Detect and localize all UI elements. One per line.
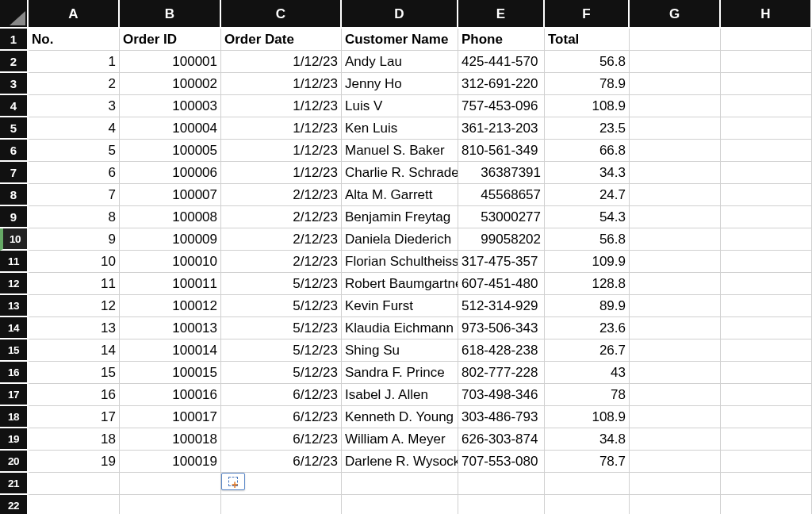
cell-customer[interactable]: Andy Lau (342, 51, 458, 73)
cell-orderdate[interactable]: 5/12/23 (221, 273, 342, 295)
header-cell-total[interactable]: Total (545, 29, 630, 51)
header-cell-orderid[interactable]: Order ID (120, 29, 221, 51)
cell-empty-H[interactable] (721, 140, 812, 162)
cell-phone[interactable]: 36387391 (458, 162, 545, 184)
row-header-17[interactable]: 17 (0, 384, 29, 406)
cell-orderid[interactable]: 100006 (120, 162, 221, 184)
row-header-8[interactable]: 8 (0, 184, 29, 206)
cell-customer[interactable]: Kenneth D. Young (342, 406, 458, 428)
header-cell-customer[interactable]: Customer Name (342, 29, 458, 51)
cell-empty[interactable] (221, 495, 342, 514)
cell-orderdate[interactable]: 2/12/23 (221, 206, 342, 228)
cell-no[interactable]: 17 (29, 406, 120, 428)
cell-customer[interactable]: Isabel J. Allen (342, 384, 458, 406)
row-header-16[interactable]: 16 (0, 362, 29, 384)
cell-empty-H[interactable] (721, 273, 812, 295)
cell-empty[interactable] (29, 495, 120, 514)
cell-orderid[interactable]: 100007 (120, 184, 221, 206)
row-header-9[interactable]: 9 (0, 206, 29, 228)
cell-total[interactable]: 78 (545, 384, 630, 406)
row-header-2[interactable]: 2 (0, 51, 29, 73)
cell-empty-H[interactable] (721, 362, 812, 384)
cell-total[interactable]: 23.5 (545, 117, 630, 140)
cell-empty-G[interactable] (630, 51, 721, 73)
cell-empty-H[interactable] (721, 406, 812, 428)
cell-no[interactable]: 2 (29, 73, 120, 95)
cell-no[interactable]: 6 (29, 162, 120, 184)
cell-empty[interactable] (120, 495, 221, 514)
cell-orderid[interactable]: 100008 (120, 206, 221, 228)
cell-empty-H[interactable] (721, 251, 812, 273)
cell-empty[interactable] (342, 473, 458, 495)
autofill-options-button[interactable]: + (221, 473, 245, 490)
cell-no[interactable]: 9 (29, 228, 120, 251)
cell-customer[interactable]: Kevin Furst (342, 295, 458, 317)
col-header-B[interactable]: B (120, 0, 221, 29)
cell-total[interactable]: 43 (545, 362, 630, 384)
col-header-C[interactable]: C (221, 0, 342, 29)
row-header-13[interactable]: 13 (0, 295, 29, 317)
cell-orderdate[interactable]: 1/12/23 (221, 73, 342, 95)
cell-orderdate[interactable]: 5/12/23 (221, 295, 342, 317)
cell-empty-G[interactable] (630, 406, 721, 428)
cell-phone[interactable]: 757-453-096 (458, 95, 545, 117)
cell-empty-H[interactable] (721, 184, 812, 206)
cell-no[interactable]: 13 (29, 317, 120, 339)
cell-orderid[interactable]: 100019 (120, 451, 221, 473)
cell-customer[interactable]: Charlie R. Schrader (342, 162, 458, 184)
cell-customer[interactable]: Ken Luis (342, 117, 458, 140)
cell-no[interactable]: 10 (29, 251, 120, 273)
cell-orderdate[interactable]: 5/12/23 (221, 317, 342, 339)
cell-orderdate[interactable]: 1/12/23 (221, 51, 342, 73)
cell-orderdate[interactable]: 5/12/23 (221, 362, 342, 384)
col-header-D[interactable]: D (342, 0, 458, 29)
row-header-14[interactable]: 14 (0, 317, 29, 339)
cell-phone[interactable]: 303-486-793 (458, 406, 545, 428)
row-header-10[interactable]: 10 (0, 228, 29, 251)
cell-total[interactable]: 24.7 (545, 184, 630, 206)
cell-empty[interactable] (545, 473, 630, 495)
cell-phone[interactable]: 707-553-080 (458, 451, 545, 473)
cell-no[interactable]: 5 (29, 140, 120, 162)
cell-orderid[interactable]: 100012 (120, 295, 221, 317)
cell-total[interactable]: 78.7 (545, 451, 630, 473)
row-header-6[interactable]: 6 (0, 140, 29, 162)
cell-phone[interactable]: 626-303-874 (458, 428, 545, 451)
select-all-corner[interactable] (0, 0, 29, 29)
cell-orderdate[interactable]: 2/12/23 (221, 251, 342, 273)
header-cell-G[interactable] (630, 29, 721, 51)
cell-total[interactable]: 108.9 (545, 406, 630, 428)
cell-phone[interactable]: 312-691-220 (458, 73, 545, 95)
cell-no[interactable]: 4 (29, 117, 120, 140)
row-header-15[interactable]: 15 (0, 339, 29, 362)
cell-no[interactable]: 8 (29, 206, 120, 228)
cell-phone[interactable]: 361-213-203 (458, 117, 545, 140)
cell-orderdate[interactable]: 1/12/23 (221, 162, 342, 184)
cell-orderid[interactable]: 100017 (120, 406, 221, 428)
cell-empty-H[interactable] (721, 228, 812, 251)
cell-empty-G[interactable] (630, 251, 721, 273)
cell-orderid[interactable]: 100011 (120, 273, 221, 295)
cell-phone[interactable]: 703-498-346 (458, 384, 545, 406)
cell-phone[interactable]: 607-451-480 (458, 273, 545, 295)
cell-customer[interactable]: Jenny Ho (342, 73, 458, 95)
cell-empty[interactable] (721, 473, 812, 495)
row-header-21[interactable]: 21 (0, 473, 29, 495)
row-header-19[interactable]: 19 (0, 428, 29, 451)
cell-phone[interactable]: 317-475-357 (458, 251, 545, 273)
cell-customer[interactable]: Alta M. Garrett (342, 184, 458, 206)
cell-total[interactable]: 23.6 (545, 317, 630, 339)
cell-customer[interactable]: Florian Schultheiss (342, 251, 458, 273)
cell-empty-H[interactable] (721, 73, 812, 95)
cell-empty[interactable] (630, 495, 721, 514)
cell-empty[interactable] (630, 473, 721, 495)
cell-phone[interactable]: 810-561-349 (458, 140, 545, 162)
col-header-F[interactable]: F (545, 0, 630, 29)
row-header-1[interactable]: 1 (0, 29, 29, 51)
cell-empty-H[interactable] (721, 162, 812, 184)
cell-total[interactable]: 89.9 (545, 295, 630, 317)
cell-empty-H[interactable] (721, 428, 812, 451)
cell-empty-G[interactable] (630, 362, 721, 384)
cell-orderdate[interactable]: 5/12/23 (221, 339, 342, 362)
col-header-G[interactable]: G (630, 0, 721, 29)
